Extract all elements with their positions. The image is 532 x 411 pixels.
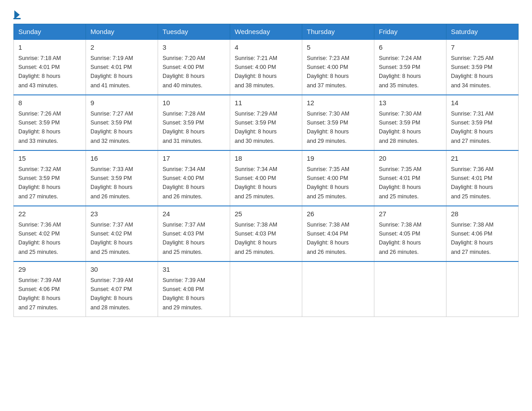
calendar-cell: 2 Sunrise: 7:19 AMSunset: 4:01 PMDayligh…: [86, 39, 158, 95]
logo: [13, 9, 21, 19]
day-number: 27: [379, 209, 442, 219]
calendar-cell: 21 Sunrise: 7:36 AMSunset: 4:01 PMDaylig…: [446, 150, 519, 206]
day-number: 2: [90, 43, 153, 53]
day-number: 4: [235, 43, 297, 53]
col-header-saturday: Saturday: [446, 24, 519, 40]
calendar-week-row: 22 Sunrise: 7:36 AMSunset: 4:02 PMDaylig…: [14, 206, 519, 261]
day-info: Sunrise: 7:29 AMSunset: 3:59 PMDaylight:…: [235, 111, 277, 144]
col-header-sunday: Sunday: [14, 24, 86, 40]
calendar-cell: 18 Sunrise: 7:34 AMSunset: 4:00 PMDaylig…: [230, 150, 302, 206]
calendar-header-row: SundayMondayTuesdayWednesdayThursdayFrid…: [14, 24, 519, 40]
calendar-cell: 14 Sunrise: 7:31 AMSunset: 3:59 PMDaylig…: [446, 95, 519, 150]
day-number: 14: [451, 98, 514, 108]
calendar-cell: 20 Sunrise: 7:35 AMSunset: 4:01 PMDaylig…: [374, 150, 446, 206]
day-info: Sunrise: 7:32 AMSunset: 3:59 PMDaylight:…: [18, 166, 61, 200]
day-number: 24: [163, 209, 225, 219]
calendar-week-row: 1 Sunrise: 7:18 AMSunset: 4:01 PMDayligh…: [14, 39, 519, 95]
day-info: Sunrise: 7:20 AMSunset: 4:00 PMDaylight:…: [163, 55, 205, 89]
day-info: Sunrise: 7:38 AMSunset: 4:05 PMDaylight:…: [379, 222, 421, 255]
day-info: Sunrise: 7:35 AMSunset: 4:01 PMDaylight:…: [379, 166, 421, 200]
calendar-cell: 6 Sunrise: 7:24 AMSunset: 3:59 PMDayligh…: [374, 39, 446, 95]
calendar-table: SundayMondayTuesdayWednesdayThursdayFrid…: [13, 24, 519, 317]
day-info: Sunrise: 7:39 AMSunset: 4:08 PMDaylight:…: [163, 277, 205, 311]
calendar-cell: 5 Sunrise: 7:23 AMSunset: 4:00 PMDayligh…: [302, 39, 374, 95]
day-info: Sunrise: 7:35 AMSunset: 4:00 PMDaylight:…: [307, 166, 349, 200]
day-number: 20: [379, 154, 442, 164]
day-number: 10: [163, 98, 225, 108]
day-info: Sunrise: 7:36 AMSunset: 4:02 PMDaylight:…: [18, 222, 61, 255]
calendar-cell: 9 Sunrise: 7:27 AMSunset: 3:59 PMDayligh…: [86, 95, 158, 150]
day-number: 11: [235, 98, 297, 108]
page-header: [13, 9, 519, 19]
calendar-cell: 16 Sunrise: 7:33 AMSunset: 3:59 PMDaylig…: [86, 150, 158, 206]
calendar-cell: 24 Sunrise: 7:37 AMSunset: 4:03 PMDaylig…: [158, 206, 230, 261]
day-number: 18: [235, 154, 297, 164]
calendar-cell: 29 Sunrise: 7:39 AMSunset: 4:06 PMDaylig…: [14, 261, 86, 317]
day-number: 21: [451, 154, 514, 164]
calendar-cell: 19 Sunrise: 7:35 AMSunset: 4:00 PMDaylig…: [302, 150, 374, 206]
calendar-cell: 30 Sunrise: 7:39 AMSunset: 4:07 PMDaylig…: [86, 261, 158, 317]
day-number: 6: [379, 43, 442, 53]
calendar-cell: 15 Sunrise: 7:32 AMSunset: 3:59 PMDaylig…: [14, 150, 86, 206]
calendar-cell: 7 Sunrise: 7:25 AMSunset: 3:59 PMDayligh…: [446, 39, 519, 95]
day-number: 28: [451, 209, 514, 219]
day-info: Sunrise: 7:36 AMSunset: 4:01 PMDaylight:…: [451, 166, 493, 200]
day-number: 23: [90, 209, 153, 219]
day-info: Sunrise: 7:27 AMSunset: 3:59 PMDaylight:…: [90, 111, 133, 144]
calendar-cell: 12 Sunrise: 7:30 AMSunset: 3:59 PMDaylig…: [302, 95, 374, 150]
day-info: Sunrise: 7:24 AMSunset: 3:59 PMDaylight:…: [379, 55, 421, 89]
calendar-cell: 3 Sunrise: 7:20 AMSunset: 4:00 PMDayligh…: [158, 39, 230, 95]
calendar-cell: 27 Sunrise: 7:38 AMSunset: 4:05 PMDaylig…: [374, 206, 446, 261]
calendar-cell: 4 Sunrise: 7:21 AMSunset: 4:00 PMDayligh…: [230, 39, 302, 95]
day-number: 13: [379, 98, 442, 108]
day-info: Sunrise: 7:28 AMSunset: 3:59 PMDaylight:…: [163, 111, 205, 144]
day-number: 25: [235, 209, 297, 219]
day-number: 31: [163, 265, 225, 275]
day-info: Sunrise: 7:30 AMSunset: 3:59 PMDaylight:…: [379, 111, 421, 144]
day-info: Sunrise: 7:31 AMSunset: 3:59 PMDaylight:…: [451, 111, 493, 144]
day-info: Sunrise: 7:38 AMSunset: 4:04 PMDaylight:…: [307, 222, 349, 255]
calendar-week-row: 29 Sunrise: 7:39 AMSunset: 4:06 PMDaylig…: [14, 261, 519, 317]
calendar-cell: [374, 261, 446, 317]
day-number: 1: [18, 43, 81, 53]
day-info: Sunrise: 7:37 AMSunset: 4:03 PMDaylight:…: [163, 222, 205, 255]
calendar-cell: 22 Sunrise: 7:36 AMSunset: 4:02 PMDaylig…: [14, 206, 86, 261]
day-number: 3: [163, 43, 225, 53]
day-info: Sunrise: 7:23 AMSunset: 4:00 PMDaylight:…: [307, 55, 349, 89]
day-info: Sunrise: 7:30 AMSunset: 3:59 PMDaylight:…: [307, 111, 349, 144]
day-number: 8: [18, 98, 81, 108]
day-number: 22: [18, 209, 81, 219]
day-info: Sunrise: 7:34 AMSunset: 4:00 PMDaylight:…: [163, 166, 205, 200]
day-info: Sunrise: 7:38 AMSunset: 4:06 PMDaylight:…: [451, 222, 493, 255]
col-header-wednesday: Wednesday: [230, 24, 302, 40]
calendar-cell: 10 Sunrise: 7:28 AMSunset: 3:59 PMDaylig…: [158, 95, 230, 150]
day-info: Sunrise: 7:18 AMSunset: 4:01 PMDaylight:…: [18, 55, 61, 89]
calendar-cell: 23 Sunrise: 7:37 AMSunset: 4:02 PMDaylig…: [86, 206, 158, 261]
day-info: Sunrise: 7:21 AMSunset: 4:00 PMDaylight:…: [235, 55, 277, 89]
col-header-monday: Monday: [86, 24, 158, 40]
calendar-cell: 11 Sunrise: 7:29 AMSunset: 3:59 PMDaylig…: [230, 95, 302, 150]
day-info: Sunrise: 7:19 AMSunset: 4:01 PMDaylight:…: [90, 55, 133, 89]
day-number: 29: [18, 265, 81, 275]
calendar-week-row: 15 Sunrise: 7:32 AMSunset: 3:59 PMDaylig…: [14, 150, 519, 206]
calendar-cell: 26 Sunrise: 7:38 AMSunset: 4:04 PMDaylig…: [302, 206, 374, 261]
day-info: Sunrise: 7:26 AMSunset: 3:59 PMDaylight:…: [18, 111, 61, 144]
day-info: Sunrise: 7:33 AMSunset: 3:59 PMDaylight:…: [90, 166, 133, 200]
calendar-cell: 17 Sunrise: 7:34 AMSunset: 4:00 PMDaylig…: [158, 150, 230, 206]
day-info: Sunrise: 7:37 AMSunset: 4:02 PMDaylight:…: [90, 222, 133, 255]
col-header-tuesday: Tuesday: [158, 24, 230, 40]
day-number: 17: [163, 154, 225, 164]
day-number: 5: [307, 43, 369, 53]
day-number: 12: [307, 98, 369, 108]
calendar-cell: 13 Sunrise: 7:30 AMSunset: 3:59 PMDaylig…: [374, 95, 446, 150]
calendar-cell: [302, 261, 374, 317]
day-number: 16: [90, 154, 153, 164]
day-info: Sunrise: 7:38 AMSunset: 4:03 PMDaylight:…: [235, 222, 277, 255]
col-header-friday: Friday: [374, 24, 446, 40]
day-number: 15: [18, 154, 81, 164]
calendar-week-row: 8 Sunrise: 7:26 AMSunset: 3:59 PMDayligh…: [14, 95, 519, 150]
day-info: Sunrise: 7:39 AMSunset: 4:07 PMDaylight:…: [90, 277, 133, 311]
calendar-cell: 1 Sunrise: 7:18 AMSunset: 4:01 PMDayligh…: [14, 39, 86, 95]
calendar-cell: 28 Sunrise: 7:38 AMSunset: 4:06 PMDaylig…: [446, 206, 519, 261]
logo-underline: [13, 18, 21, 19]
